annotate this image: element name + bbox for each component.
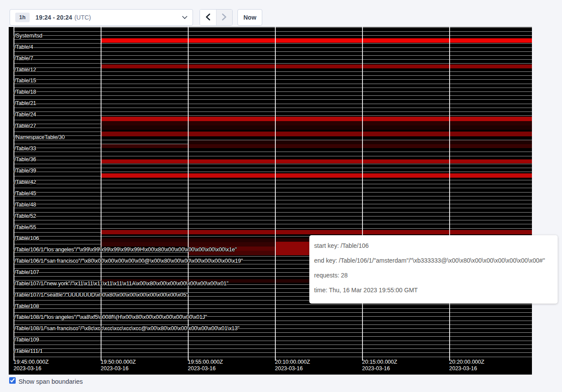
span-boundary-line (14, 63, 532, 64)
row-label: /Table/107/1/"seattle"/"UUUUUUD\x00\x80\… (14, 292, 188, 298)
span-boundary-line (14, 216, 532, 216)
heat-band (101, 173, 532, 178)
heat-band (101, 121, 532, 125)
span-boundary-line (14, 35, 532, 36)
show-span-boundaries-control[interactable]: Show span boundaries (9, 377, 83, 385)
tooltip-end-key: end key: /Table/106/1/"amsterdam"/"\xb33… (314, 256, 553, 265)
row-label: /Table/36 (14, 156, 36, 162)
span-boundary-line (14, 196, 532, 196)
span-boundary-line (14, 345, 532, 345)
row-label: /Table/39 (14, 168, 36, 174)
time-tick-label: 20:15:00.000Z (362, 359, 397, 365)
row-label: /Table/107/1/"new york"/"\x11\x11\x11\x1… (14, 280, 228, 287)
heat-band (101, 125, 532, 130)
heat-band (101, 132, 532, 136)
span-boundary-line (14, 188, 532, 188)
span-boundary-line (14, 152, 532, 152)
span-boundary-line (14, 71, 532, 72)
row-label: /Table/42 (14, 179, 36, 185)
show-span-boundaries-checkbox[interactable] (9, 377, 16, 384)
span-boundary-line (14, 200, 532, 200)
span-boundary-line (14, 43, 532, 44)
date-tick-label: 2023-03-16 (275, 365, 303, 372)
span-boundary-line (14, 304, 532, 305)
time-tick-label: 20:10:00.000Z (275, 359, 310, 365)
span-boundary-line (14, 341, 532, 341)
span-boundary-line (14, 27, 532, 28)
row-label: /Table/27 (14, 123, 36, 129)
next-range-button[interactable] (216, 10, 233, 25)
row-label: /Table/45 (14, 190, 36, 196)
span-boundary-line (14, 59, 532, 60)
range-text: 19:24 - 20:24 (36, 14, 72, 21)
row-label: /Table/108/1/"los angeles"/"\xa8\xf5\u00… (14, 314, 207, 320)
span-boundary-line (14, 224, 532, 224)
heatmap-canvas[interactable]: /System/tsd/Table/4/Table/7/Table/12/Tab… (9, 27, 532, 375)
time-tick-label: 20:20:00.000Z (449, 359, 484, 365)
row-label: /Table/108 (14, 303, 39, 309)
date-tick-label: 2023-03-16 (362, 365, 390, 372)
span-boundary-line (14, 164, 532, 164)
heat-band (101, 144, 532, 148)
span-boundary-line (14, 348, 532, 349)
range-preset-badge: 1h (15, 13, 30, 22)
row-label: /Table/55 (14, 224, 36, 230)
span-boundary-line (14, 228, 532, 229)
span-boundary-line (14, 99, 532, 100)
prev-range-button[interactable] (200, 10, 216, 25)
heat-band (101, 64, 532, 68)
date-tick-label: 2023-03-16 (101, 365, 129, 372)
row-label: /Table/7 (14, 55, 33, 61)
span-boundary-line (14, 172, 532, 172)
span-boundary-line (14, 204, 532, 204)
span-boundary-line (14, 55, 532, 56)
row-label: /Table/106/1/"los angeles"/"\x99\x99\x99… (14, 247, 237, 253)
span-boundary-line (14, 88, 532, 88)
row-label: /Table/107 (14, 269, 39, 275)
row-label: /Table/15 (14, 78, 36, 84)
row-label: /Table/111/1 (14, 348, 43, 354)
span-boundary-line (14, 321, 532, 321)
time-boundary-line (188, 27, 189, 361)
span-boundary-line (14, 112, 532, 112)
span-boundary-line (14, 332, 532, 333)
row-label: /Table/18 (14, 89, 36, 95)
time-tick-label: 19:45:00.000Z (14, 359, 49, 365)
key-visualizer-page: 1h 19:24 - 20:24 (UTC) Now /System/tsd/T… (0, 0, 562, 392)
tooltip-time: time: Thu, 16 Mar 2023 19:55:00 GMT (314, 286, 553, 295)
time-boundary-line (449, 27, 450, 361)
span-boundary-line (14, 95, 532, 96)
span-boundary-line (14, 51, 532, 52)
show-span-boundaries-label: Show span boundaries (18, 378, 83, 385)
heat-band (101, 38, 532, 43)
date-tick-label: 2023-03-16 (449, 365, 477, 372)
span-boundary-line (14, 84, 532, 84)
row-label: /System/tsd (14, 33, 42, 39)
hover-tooltip: start key: /Table/106 end key: /Table/10… (309, 235, 558, 304)
now-button[interactable]: Now (237, 9, 262, 26)
time-range-selector[interactable]: 1h 19:24 - 20:24 (UTC) (10, 9, 193, 26)
tooltip-requests: requests: 28 (314, 271, 553, 280)
row-label: /Table/33 (14, 145, 36, 152)
row-label: /Table/21 (14, 100, 36, 106)
span-boundary-line (14, 308, 532, 309)
chevron-down-icon (182, 16, 187, 19)
span-boundary-line (14, 75, 532, 76)
span-boundary-line (14, 180, 532, 180)
heat-band (276, 242, 309, 255)
tooltip-start-key: start key: /Table/106 (314, 241, 553, 250)
span-boundary-line (14, 91, 532, 92)
span-boundary-line (14, 31, 532, 32)
chevron-left-icon (205, 14, 210, 22)
row-label: /Table/52 (14, 213, 36, 219)
chevron-right-icon (222, 14, 227, 22)
row-label: /NamespaceTable/30 (14, 134, 65, 140)
span-boundary-line (14, 156, 532, 156)
heat-band (101, 230, 532, 234)
range-nav-group (200, 9, 233, 26)
span-boundary-line (14, 324, 532, 325)
row-label: /Table/106/1/"san francisco"/"\x80\x00\x… (14, 258, 243, 264)
row-label: /Table/4 (14, 44, 33, 50)
span-boundary-line (14, 108, 532, 108)
row-label: /Table/108/1/"san francisco"/"\x8c\xcc\x… (14, 325, 240, 331)
